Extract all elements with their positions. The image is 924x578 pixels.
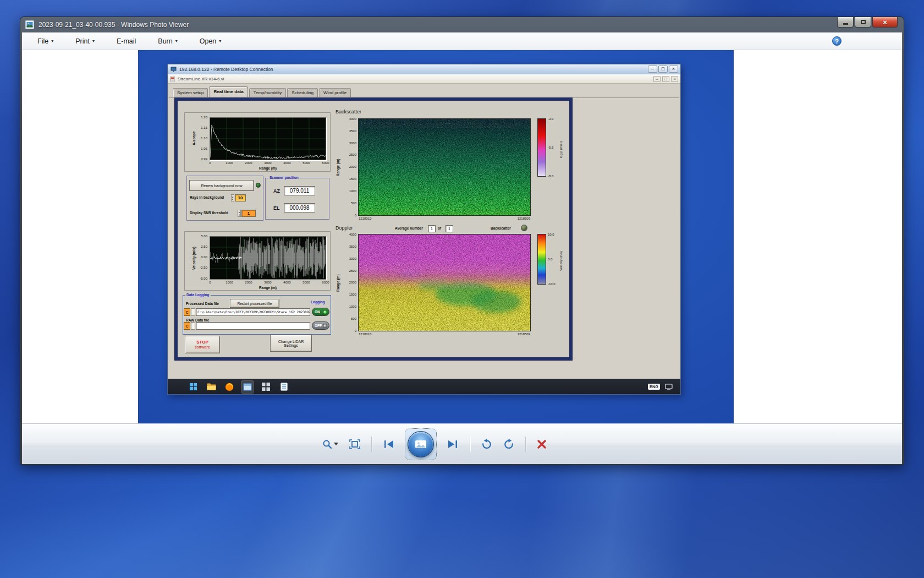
streamline-title: StreamLine XR v14-6.vi xyxy=(178,77,224,81)
toggle-led-icon xyxy=(323,324,327,328)
backscatter-ylabel: Range (m) xyxy=(336,159,340,176)
processed-logging-toggle[interactable]: ON xyxy=(312,308,329,316)
raw-path-field[interactable] xyxy=(196,322,310,330)
rotate-cw-icon xyxy=(503,439,514,450)
tab-scheduling[interactable]: Scheduling xyxy=(287,88,318,97)
viewer-toolbar xyxy=(22,423,902,464)
doppler-ylabel: Range (m) xyxy=(336,274,340,292)
stop-software-button[interactable]: STOP software xyxy=(185,336,220,353)
velocity-xtick: 1000 xyxy=(223,281,236,285)
photo-viewer-titlebar[interactable]: 2023-09-21_03-40-00.935 - Windows Photo … xyxy=(22,17,902,32)
language-indicator[interactable]: ENG xyxy=(648,384,660,390)
remote-window-controls: – □ × xyxy=(648,66,678,73)
actual-size-button[interactable] xyxy=(346,437,364,451)
close-button[interactable]: × xyxy=(872,17,898,28)
document-icon xyxy=(280,383,288,391)
screenshot-app-icon xyxy=(243,383,252,391)
restart-processed-file-button[interactable]: Restart processed file xyxy=(230,299,279,308)
velocity-xtick: 3000 xyxy=(261,281,274,285)
active-app-button[interactable] xyxy=(241,380,254,394)
actual-size-icon xyxy=(349,439,360,449)
display-mode-led-icon[interactable] xyxy=(521,225,527,231)
remote-desktop-window: 192.168.0.122 - Remote Desktop Connectio… xyxy=(167,64,681,395)
velocity-ytick: 0.00 xyxy=(193,255,207,259)
snr-value-field[interactable]: 1 xyxy=(241,210,256,217)
ascope-xtick: 0 xyxy=(204,161,217,165)
menu-burn-label: Burn xyxy=(158,37,172,45)
display-icon[interactable] xyxy=(665,384,673,390)
menu-file-label: File xyxy=(37,37,48,45)
ascope-ytick: 0.99 xyxy=(194,157,207,161)
doppler-ytick: 4000 xyxy=(341,233,356,237)
display-mode-label: Backscatter xyxy=(491,226,511,230)
next-button[interactable] xyxy=(443,437,462,451)
backscatter-ytick: 2500 xyxy=(341,153,356,157)
delete-button[interactable] xyxy=(534,437,550,451)
path-browse-button[interactable] xyxy=(191,308,195,316)
processed-path-field[interactable]: C:\Lidar\Data\Proc\2023\202309\20230921\… xyxy=(196,308,310,316)
file-explorer-button[interactable] xyxy=(205,380,218,394)
desktop-background: 2023-09-21_03-40-00.935 - Windows Photo … xyxy=(0,0,924,578)
tab-temp-humidity[interactable]: Temp/humidity xyxy=(249,88,287,97)
backscatter-ytick: 0 xyxy=(341,214,356,217)
firefox-button[interactable] xyxy=(223,380,236,394)
doppler-heatmap xyxy=(358,234,531,331)
raw-logging-toggle[interactable]: OFF xyxy=(312,321,329,330)
ascope-xtick: 2000 xyxy=(242,161,255,165)
streamline-titlebar: StreamLine XR v14-6.vi – □ × xyxy=(168,74,680,84)
doppler-ytick: 0 xyxy=(341,329,356,333)
rotate-cw-button[interactable] xyxy=(500,437,518,452)
tab-real-time-data[interactable]: Real time data xyxy=(209,86,248,97)
start-button[interactable] xyxy=(186,380,200,394)
maximize-button[interactable] xyxy=(855,17,871,28)
menu-file[interactable]: File▾ xyxy=(33,35,58,48)
play-slideshow-button[interactable] xyxy=(408,431,434,457)
ascope-xtick: 5000 xyxy=(300,161,313,165)
change-lidar-settings-button[interactable]: Change LiDAR Settings xyxy=(270,335,312,352)
rays-value-field[interactable]: 10 xyxy=(235,194,246,201)
rays-spinner[interactable]: ▲▼ xyxy=(231,194,234,201)
average-number-field[interactable]: 1 xyxy=(428,225,436,232)
zoom-button[interactable] xyxy=(319,437,342,451)
minimize-button[interactable] xyxy=(837,17,854,28)
menu-open-label: Open xyxy=(200,37,217,45)
backscatter-ytick: 1500 xyxy=(341,177,356,181)
play-focus-ring xyxy=(405,428,437,460)
tab-wind-profile[interactable]: Wind profile xyxy=(319,88,351,97)
velocity-xtick: 4000 xyxy=(280,281,294,285)
doppler-ytick: 3000 xyxy=(341,257,356,261)
backscatter-ytick: 500 xyxy=(341,201,356,205)
close-icon: × xyxy=(883,19,887,26)
previous-button[interactable] xyxy=(380,437,398,451)
ascope-xlabel: Range (m) xyxy=(240,166,295,170)
az-display[interactable]: 079.011 xyxy=(284,186,315,195)
labview-vi-icon xyxy=(170,77,175,81)
doppler-ytick: 2000 xyxy=(341,281,356,285)
renew-background-button[interactable]: Renew background now xyxy=(189,180,254,191)
photo-image[interactable]: 192.168.0.122 - Remote Desktop Connectio… xyxy=(138,50,734,423)
menu-burn[interactable]: Burn▾ xyxy=(153,35,182,48)
help-button[interactable]: ? xyxy=(832,36,842,46)
close-icon: × xyxy=(669,66,678,73)
az-label: AZ xyxy=(273,188,280,194)
notes-app-button[interactable] xyxy=(277,380,290,394)
el-display[interactable]: 000.098 xyxy=(284,203,315,212)
grid-app-button[interactable] xyxy=(259,380,272,394)
taskbar-tray: ENG xyxy=(648,384,673,390)
logging-label: Logging xyxy=(311,300,325,304)
of-count-field[interactable]: 1 xyxy=(446,225,453,232)
menu-print[interactable]: Print▾ xyxy=(71,35,99,48)
photo-viewer-window: 2023-09-21_03-40-00.935 - Windows Photo … xyxy=(20,17,904,465)
menu-open[interactable]: Open▾ xyxy=(195,35,226,48)
snr-spinner[interactable]: ▲▼ xyxy=(238,210,241,217)
menu-email[interactable]: E-mail xyxy=(112,35,140,48)
photo-canvas: 192.168.0.122 - Remote Desktop Connectio… xyxy=(22,50,902,423)
path-browse-button[interactable] xyxy=(191,322,195,330)
toolbar-divider xyxy=(525,437,526,452)
streamline-window-controls: – □ × xyxy=(653,76,678,82)
tab-system-setup[interactable]: System setup xyxy=(173,88,208,97)
rotate-ccw-button[interactable] xyxy=(478,437,496,452)
on-label: ON xyxy=(315,310,320,314)
drive-icon: C xyxy=(184,322,190,330)
backscatter-ytick: 1000 xyxy=(341,189,356,193)
